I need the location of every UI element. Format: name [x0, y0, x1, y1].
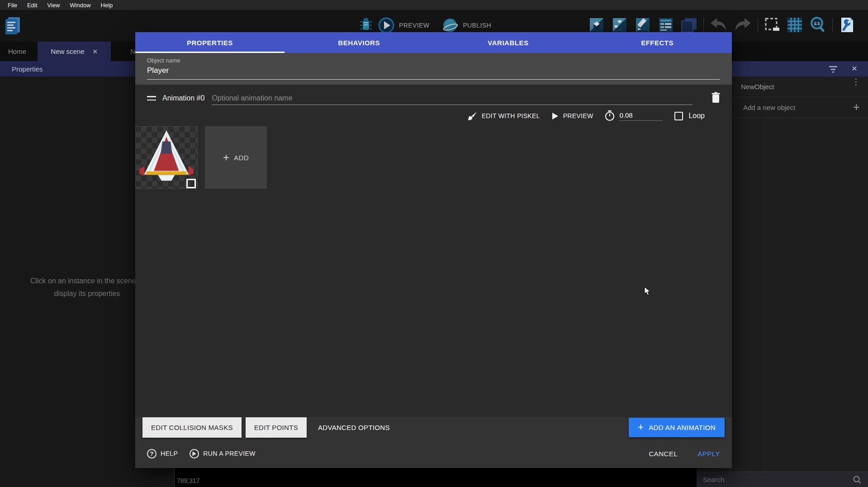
close-panel-icon[interactable]: ×	[852, 63, 857, 74]
deselect-icon[interactable]	[764, 17, 780, 33]
tab-effects-label: EFFECTS	[641, 39, 674, 47]
debug-icon[interactable]	[358, 16, 374, 34]
sprite-frame-thumbnail[interactable]	[135, 126, 198, 189]
animation-header-row: Animation #0 Optional animation name	[135, 88, 732, 108]
tab-properties-label: PROPERTIES	[187, 39, 233, 47]
layers-icon[interactable]	[680, 16, 697, 33]
animation-title: Animation #0	[162, 94, 204, 102]
animations-list: Animation #0 Optional animation name	[135, 85, 732, 417]
preview-animation-label: PREVIEW	[563, 112, 593, 119]
brush-icon	[468, 111, 477, 121]
edit-with-piskel-label: EDIT WITH PISKEL	[482, 112, 540, 119]
loop-checkbox[interactable]	[674, 112, 683, 120]
edit-pencil-icon[interactable]	[634, 16, 651, 33]
redo-icon[interactable]	[734, 17, 752, 33]
plus-icon: +	[223, 151, 229, 164]
publish-icon[interactable]	[442, 17, 458, 33]
tab-variables[interactable]: VARIABLES	[434, 32, 583, 53]
dialog-footer-buttons: EDIT COLLISION MASKS EDIT POINTS ADVANCE…	[142, 417, 725, 438]
toolbar-divider	[758, 18, 758, 32]
object-name-label: Object name	[147, 57, 720, 64]
preview-icon[interactable]	[378, 17, 394, 33]
delete-animation-icon[interactable]	[711, 92, 720, 105]
tab-home[interactable]: Home	[0, 42, 34, 61]
search-input[interactable]: Search	[703, 476, 725, 483]
help-button[interactable]: ? HELP	[147, 449, 178, 458]
add-object-label: Add a new object	[743, 104, 795, 111]
edit-collision-masks-button[interactable]: EDIT COLLISION MASKS	[142, 417, 242, 438]
menu-view[interactable]: View	[42, 2, 65, 9]
loop-label: Loop	[688, 112, 705, 120]
scene-cube-icon[interactable]	[588, 16, 605, 33]
menu-file[interactable]: File	[3, 2, 22, 9]
frame-select-checkbox[interactable]	[186, 179, 196, 188]
animation-tools-row: EDIT WITH PISKEL PREVIEW 0.08	[135, 108, 732, 124]
plus-icon: +	[638, 421, 644, 433]
edit-with-piskel-button[interactable]: EDIT WITH PISKEL	[468, 111, 540, 121]
frames-row: + ADD	[135, 126, 732, 189]
stopwatch-icon	[605, 110, 615, 121]
tab-variables-label: VARIABLES	[488, 39, 528, 47]
toolbar-divider	[832, 18, 833, 32]
search-icon	[853, 475, 862, 486]
dialog-action-bar: ? HELP RUN A PREVIEW CANCEL APPLY	[147, 444, 720, 463]
time-between-frames-input[interactable]: 0.08	[619, 111, 663, 121]
animation-name-input[interactable]: Optional animation name	[212, 91, 693, 105]
run-a-preview-button[interactable]: RUN A PREVIEW	[190, 449, 256, 458]
advanced-options-button[interactable]: ADVANCED OPTIONS	[311, 424, 397, 431]
apply-button[interactable]: APPLY	[697, 450, 720, 458]
mouse-cursor	[644, 286, 651, 298]
help-icon: ?	[147, 449, 157, 458]
project-manager-icon[interactable]	[5, 15, 21, 37]
menu-edit[interactable]: Edit	[22, 2, 42, 9]
tab-behaviors[interactable]: BEHAVIORS	[285, 32, 434, 53]
toolbar-divider	[703, 18, 704, 32]
close-tab-icon[interactable]: ×	[93, 47, 98, 56]
tab-new-scene[interactable]: New scene ×	[38, 42, 111, 61]
loop-toggle[interactable]: Loop	[674, 112, 705, 120]
grid-icon[interactable]	[786, 16, 803, 33]
object-name-label: NewObject	[741, 83, 774, 91]
undo-icon[interactable]	[710, 17, 728, 33]
cursor-coordinates: 789;317	[177, 477, 200, 484]
run-a-preview-label: RUN A PREVIEW	[203, 450, 256, 457]
preview-button[interactable]: PREVIEW	[399, 22, 429, 29]
tab-new-scene-label: New scene	[51, 48, 84, 55]
play-circle-icon	[190, 449, 199, 458]
tab-effects[interactable]: EFFECTS	[583, 32, 732, 53]
drag-handle-icon[interactable]	[147, 96, 156, 100]
time-between-frames: 0.08	[605, 110, 663, 121]
cancel-button[interactable]: CANCEL	[649, 450, 678, 458]
add-an-animation-button[interactable]: + ADD AN ANIMATION	[629, 418, 725, 437]
add-an-animation-label: ADD AN ANIMATION	[649, 424, 716, 431]
tab-properties[interactable]: PROPERTIES	[135, 32, 285, 53]
events-list-icon[interactable]	[657, 16, 674, 33]
add-frame-label: ADD	[234, 154, 249, 162]
add-object-plus-icon[interactable]: +	[853, 101, 860, 113]
add-frame-button[interactable]: + ADD	[205, 126, 267, 189]
menu-help[interactable]: Help	[96, 2, 118, 9]
tab-home-label: Home	[8, 48, 26, 55]
svg-text:1:1: 1:1	[814, 21, 820, 26]
settings-wrench-icon[interactable]	[839, 16, 855, 33]
zoom-1-1-icon[interactable]: 1:1	[809, 16, 826, 33]
input-underline	[147, 79, 720, 80]
help-label: HELP	[161, 450, 178, 457]
filter-icon[interactable]	[828, 64, 838, 75]
menu-window[interactable]: Window	[65, 2, 95, 9]
object-editor-dialog: PROPERTIES BEHAVIORS VARIABLES EFFECTS O…	[135, 32, 732, 468]
menu-bar: File Edit View Window Help	[0, 0, 868, 10]
gdevelop-app: File Edit View Window Help	[0, 0, 868, 487]
object-name-section: Object name Player	[135, 53, 732, 85]
tab-behaviors-label: BEHAVIORS	[338, 39, 380, 47]
object-name-field[interactable]: Player	[147, 66, 720, 75]
play-icon	[552, 112, 559, 120]
publish-button[interactable]: PUBLISH	[463, 22, 491, 29]
preview-animation-button[interactable]: PREVIEW	[552, 112, 593, 120]
dialog-tab-bar: PROPERTIES BEHAVIORS VARIABLES EFFECTS	[135, 32, 732, 53]
properties-panel-title: Properties	[12, 65, 43, 73]
objects-search-bar[interactable]: Search	[697, 472, 868, 487]
objects-cubes-icon[interactable]	[611, 16, 628, 33]
edit-points-button[interactable]: EDIT POINTS	[246, 417, 307, 438]
object-menu-icon[interactable]: ⋮	[852, 79, 858, 84]
